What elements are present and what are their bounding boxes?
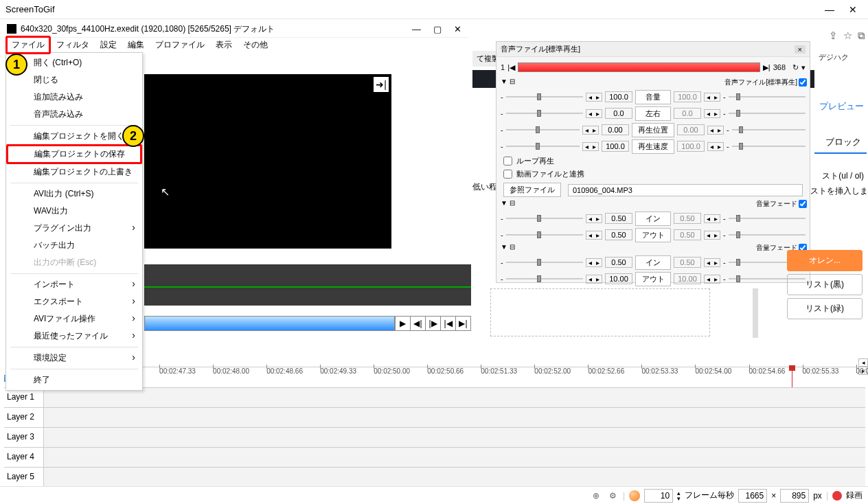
spinner[interactable]: ◂▸ (704, 214, 720, 223)
record-icon[interactable] (832, 491, 842, 501)
star-icon[interactable]: ☆ (843, 30, 852, 42)
target-icon[interactable]: ⊕ (590, 490, 602, 502)
menu-export[interactable]: エクスポート (6, 293, 142, 310)
param-slider-right[interactable] (729, 108, 806, 118)
spinner[interactable]: ◂▸ (586, 275, 602, 284)
menu-filter[interactable]: フィルタ (51, 37, 95, 53)
layer-label[interactable]: Layer 1 (4, 388, 44, 407)
go-end-icon[interactable]: ▶| (455, 317, 470, 330)
layer-track[interactable] (44, 448, 865, 467)
maximize-icon[interactable]: ▢ (433, 24, 442, 34)
param-name-button[interactable]: 音量 (635, 90, 671, 104)
layer-label[interactable]: Layer 5 (4, 468, 44, 486)
spinner[interactable]: ◂▸ (586, 109, 602, 118)
skip-start-icon[interactable]: |◀ (507, 63, 515, 72)
spinner[interactable]: ◂▸ (704, 275, 720, 284)
menu-close[interactable]: 閉じる (6, 71, 142, 89)
spinner[interactable]: ◂▸ (582, 142, 599, 151)
param-slider-left[interactable] (506, 257, 583, 267)
layer-track[interactable] (44, 428, 865, 447)
minimize-icon[interactable]: — (820, 3, 839, 16)
list-orange-button[interactable]: オレン... (787, 250, 863, 271)
preview-link[interactable]: プレビュー (819, 100, 864, 113)
exit-fullscreen-icon[interactable]: ➜| (374, 77, 389, 92)
param-value-right[interactable]: 0.0 (674, 108, 701, 119)
close-icon[interactable]: ✕ (843, 3, 863, 16)
spinner[interactable]: ◂▸ (586, 231, 602, 240)
param-value-left[interactable]: 0.0 (605, 108, 632, 119)
param-slider-left[interactable] (506, 214, 583, 223)
param-value-right[interactable]: 100.0 (674, 91, 701, 102)
color-indicator-icon[interactable] (629, 490, 640, 501)
go-start-icon[interactable]: |◀ (440, 317, 455, 330)
section-enable-checkbox[interactable] (799, 78, 807, 87)
play-icon[interactable]: ▶ (395, 317, 410, 330)
layer-label[interactable]: Layer 3 (4, 428, 44, 447)
param-value-left[interactable]: 10.00 (605, 273, 632, 284)
param-slider-left[interactable] (506, 274, 583, 284)
seek-track[interactable] (145, 317, 395, 330)
fade-enable-checkbox[interactable] (799, 200, 807, 208)
param-value-right[interactable]: 0.50 (674, 257, 701, 268)
block-link[interactable]: ブロック (825, 136, 861, 148)
menu-profile[interactable]: プロファイル (150, 37, 210, 53)
menu-avi-ops[interactable]: AVIファイル操作 (6, 310, 142, 328)
menu-view[interactable]: 表示 (210, 37, 238, 53)
minimize-icon[interactable]: — (412, 24, 421, 34)
spinner[interactable]: ◂▸ (586, 93, 602, 102)
scrollbar-thumb[interactable] (753, 288, 758, 338)
layer-row[interactable]: Layer 2 (4, 407, 865, 427)
spinner[interactable]: ◂▸ (582, 126, 599, 135)
param-value-right[interactable]: 0.50 (674, 229, 701, 240)
list-black-button[interactable]: リスト(黒) (787, 274, 863, 295)
menu-env[interactable]: 環境設定 (6, 350, 142, 367)
param-name-button[interactable]: アウト (635, 228, 671, 242)
param-slider-left[interactable] (506, 230, 583, 240)
width-input[interactable] (738, 489, 767, 503)
menu-overwrite-project[interactable]: 編集プロジェクトの上書き (6, 163, 142, 181)
param-value-right[interactable]: 100.0 (677, 141, 705, 152)
param-name-button[interactable]: アウト (635, 272, 671, 286)
layer-row[interactable]: Layer 5 (4, 467, 865, 487)
collapse-toggle-icon[interactable]: ▼ ⊟ (501, 199, 515, 207)
collapse-toggle-icon[interactable]: ▼ ⊟ (501, 243, 515, 251)
close-icon[interactable]: ✕ (454, 24, 461, 34)
spinner[interactable]: ◂▸ (704, 231, 720, 240)
param-slider-right[interactable] (729, 230, 806, 240)
spinner[interactable]: ◂▸ (707, 126, 724, 135)
menu-recent[interactable]: 最近使ったファイル (6, 328, 142, 345)
height-input[interactable] (780, 489, 809, 503)
param-slider-right[interactable] (732, 125, 806, 135)
list-green-button[interactable]: リスト(緑) (787, 298, 863, 319)
param-slider-left[interactable] (506, 92, 583, 102)
param-name-button[interactable]: イン (635, 255, 671, 270)
reference-file-button[interactable]: 参照ファイル (503, 183, 561, 197)
param-slider-right[interactable] (732, 141, 806, 151)
menu-import[interactable]: インポート (6, 276, 142, 293)
menu-add-import[interactable]: 追加読み込み (6, 89, 142, 106)
param-name-button[interactable]: 再生位置 (632, 123, 674, 137)
layer-track[interactable] (44, 408, 865, 427)
param-value-right[interactable]: 0.00 (677, 124, 705, 135)
layer-row[interactable]: Layer 3 (4, 427, 865, 447)
extension-icon[interactable]: ⧉ (858, 30, 865, 42)
drop-zone[interactable] (490, 288, 710, 336)
step-back-icon[interactable]: ◀| (410, 317, 425, 330)
layer-row[interactable]: Layer 4 (4, 447, 865, 467)
menu-edit[interactable]: 編集 (122, 37, 150, 53)
spinner[interactable]: ◂▸ (704, 93, 720, 102)
fps-input[interactable] (644, 489, 673, 503)
param-slider-left[interactable] (506, 125, 580, 135)
layer-label[interactable]: Layer 4 (4, 448, 44, 467)
loop-icon[interactable]: ↻ (792, 63, 799, 72)
menu-quit[interactable]: 終了 (6, 371, 142, 389)
collapse-toggle-icon[interactable]: ▼ ⊟ (501, 78, 515, 85)
menu-avi-out[interactable]: AVI出力 (Ctrl+S) (6, 185, 142, 203)
timeline-ruler[interactable]: 00:02:46.0000:02:46.6600:02:47.3300:02:4… (45, 367, 865, 386)
gear-icon[interactable]: ⚙ (606, 490, 619, 502)
layer-track[interactable] (44, 468, 865, 486)
share-icon[interactable]: ⇪ (829, 30, 838, 42)
spinner[interactable]: ◂▸ (586, 214, 602, 223)
spinner[interactable]: ◂▸ (586, 258, 602, 267)
param-value-right[interactable]: 10.00 (674, 273, 701, 284)
